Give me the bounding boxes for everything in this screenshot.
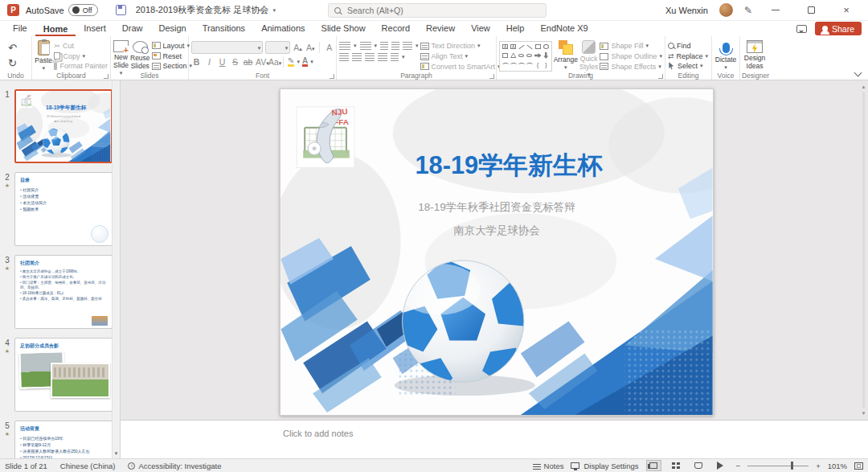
dictate-button[interactable]: Dictate▾ xyxy=(714,39,737,71)
tab-design[interactable]: Design xyxy=(150,22,194,36)
section-button[interactable]: Section▾ xyxy=(152,61,193,71)
pencil-icon[interactable]: ✎ xyxy=(744,5,752,16)
align-center-button[interactable] xyxy=(352,53,362,61)
grow-font-button[interactable]: A▴ xyxy=(293,43,303,52)
minimize-button[interactable] xyxy=(764,2,788,18)
tab-review[interactable]: Review xyxy=(418,22,463,36)
zoom-slider-thumb[interactable] xyxy=(791,462,793,470)
find-button[interactable]: Find xyxy=(668,41,708,51)
arrow-down-shape-icon[interactable] xyxy=(543,52,548,59)
comments-icon[interactable] xyxy=(796,25,807,33)
columns-button[interactable] xyxy=(391,53,399,61)
right-brace-shape-icon[interactable]: } xyxy=(545,62,547,68)
oval-shape-icon[interactable] xyxy=(543,44,549,49)
display-settings-button[interactable]: Display Settings xyxy=(571,462,638,470)
decrease-indent-button[interactable] xyxy=(380,42,388,50)
tab-draw[interactable]: Draw xyxy=(114,22,151,36)
character-spacing-button[interactable]: AV▾ xyxy=(256,57,266,67)
tab-endnote[interactable]: EndNote X9 xyxy=(532,22,596,36)
scribble-shape-icon[interactable] xyxy=(510,63,517,67)
notes-pane[interactable]: Click to add notes xyxy=(121,420,868,458)
paragraph-dialog-launcher[interactable] xyxy=(489,74,494,79)
line-shape-icon[interactable] xyxy=(518,45,524,49)
text-direction-button[interactable]: Text Direction▾ xyxy=(420,42,501,51)
collapse-ribbon-chevron-icon[interactable] xyxy=(854,69,862,76)
language-indicator[interactable]: Chinese (China) xyxy=(60,462,116,470)
scroll-down-icon[interactable]: ▾ xyxy=(860,410,867,417)
tab-home[interactable]: Home xyxy=(35,23,76,37)
slide-thumbnail-3[interactable]: 社团简介 南京大学足球协会，成立于1998年。 致力于推广足球运动和足球文化。 … xyxy=(14,255,113,329)
slide-editor[interactable] xyxy=(280,88,714,416)
paste-button[interactable]: Paste▾ xyxy=(35,39,52,71)
convert-smartart-button[interactable]: Convert to SmartArt▾ xyxy=(420,62,501,71)
increase-indent-button[interactable] xyxy=(391,42,399,50)
underline-button[interactable]: U xyxy=(217,57,227,67)
font-name-combo[interactable]: ▾ xyxy=(191,41,263,54)
restore-button[interactable] xyxy=(799,2,823,18)
document-title[interactable]: 2018-2019秋季资金竞标 足球协会 ▾ xyxy=(136,4,276,16)
replace-button[interactable]: ⇄ Replace▾ xyxy=(668,51,708,61)
autosave-toggle[interactable]: Off xyxy=(68,4,98,16)
zoom-slider[interactable] xyxy=(747,466,809,466)
normal-view-button[interactable] xyxy=(646,460,661,471)
select-button[interactable]: Select▾ xyxy=(668,61,708,71)
align-left-button[interactable] xyxy=(339,53,349,61)
shape-effects-button[interactable]: Shape Effects▾ xyxy=(600,62,662,71)
textbox-shape-icon[interactable]: A xyxy=(502,44,508,49)
textbox-alt-shape-icon[interactable]: A xyxy=(510,44,516,49)
tab-record[interactable]: Record xyxy=(374,22,418,36)
tab-animations[interactable]: Animations xyxy=(253,22,313,36)
layout-button[interactable]: Layout▾ xyxy=(152,41,193,51)
search-input[interactable] xyxy=(346,5,522,16)
italic-button[interactable]: I xyxy=(204,57,215,67)
highlight-color-button[interactable]: ✎ xyxy=(288,57,294,67)
shape-fill-button[interactable]: Shape Fill▾ xyxy=(600,42,662,51)
avatar[interactable] xyxy=(719,3,733,17)
line-spacing-button[interactable] xyxy=(403,42,412,50)
search-box[interactable] xyxy=(328,3,547,18)
ellipse-shape-icon[interactable] xyxy=(518,54,524,57)
triangle-shape-icon[interactable] xyxy=(510,52,517,58)
fit-to-window-icon[interactable] xyxy=(854,462,863,470)
tab-help[interactable]: Help xyxy=(498,22,533,36)
save-icon[interactable] xyxy=(116,5,126,15)
bold-button[interactable]: B xyxy=(191,57,202,67)
font-color-button[interactable]: A xyxy=(302,57,308,67)
drawing-dialog-launcher[interactable] xyxy=(658,74,663,79)
freeform-shape-icon[interactable] xyxy=(526,63,533,67)
arc-shape-icon[interactable] xyxy=(518,63,525,67)
tab-insert[interactable]: Insert xyxy=(76,22,114,36)
tab-view[interactable]: View xyxy=(463,22,498,36)
slide-thumbnail-4[interactable]: 足协部分成员合影 xyxy=(14,338,113,412)
slide-sorter-view-button[interactable] xyxy=(669,460,684,471)
redo-button[interactable]: ↻ xyxy=(8,57,17,69)
notes-placeholder[interactable]: Click to add notes xyxy=(283,429,353,438)
justify-button[interactable] xyxy=(378,53,387,61)
rounded-rect-shape-icon[interactable] xyxy=(502,53,508,58)
thumbnail-scrollbar[interactable]: ▾ xyxy=(112,80,120,458)
design-ideas-button[interactable]: Design Ideas xyxy=(743,39,767,71)
format-painter-button[interactable]: Format Painter xyxy=(54,61,108,71)
font-dialog-launcher[interactable] xyxy=(330,74,334,79)
slide-thumbnail-2[interactable]: 目录 社团简介 活动背景 本次活动简介 预期效果 xyxy=(14,172,113,246)
font-size-combo[interactable]: ▾ xyxy=(265,41,290,54)
notes-toggle-button[interactable]: Notes xyxy=(533,462,564,470)
shape-gallery[interactable]: A A { } xyxy=(499,41,552,72)
strikethrough-button[interactable]: S xyxy=(230,57,240,67)
undo-button[interactable]: ↶ xyxy=(8,42,17,54)
align-right-button[interactable] xyxy=(365,53,375,61)
zoom-in-button[interactable]: + xyxy=(816,462,821,470)
line2-shape-icon[interactable] xyxy=(526,45,532,49)
canvas-scrollbar[interactable]: ▴ ▾ xyxy=(860,84,867,417)
shape-outline-button[interactable]: Shape Outline▾ xyxy=(600,52,662,61)
reset-button[interactable]: Reset xyxy=(152,51,193,61)
bullets-button[interactable] xyxy=(339,42,350,50)
share-button[interactable]: Share xyxy=(815,22,862,35)
tab-slide-show[interactable]: Slide Show xyxy=(313,22,374,36)
slideshow-view-button[interactable] xyxy=(714,460,729,471)
ellipse2-shape-icon[interactable] xyxy=(526,54,532,57)
reuse-slides-button[interactable]: Reuse Slides xyxy=(130,39,150,71)
clear-formatting-button[interactable]: A xyxy=(324,43,334,52)
cut-button[interactable]: ✂ Cut xyxy=(54,41,108,51)
accessibility-status[interactable]: i Accessibility: Investigate xyxy=(128,462,221,470)
